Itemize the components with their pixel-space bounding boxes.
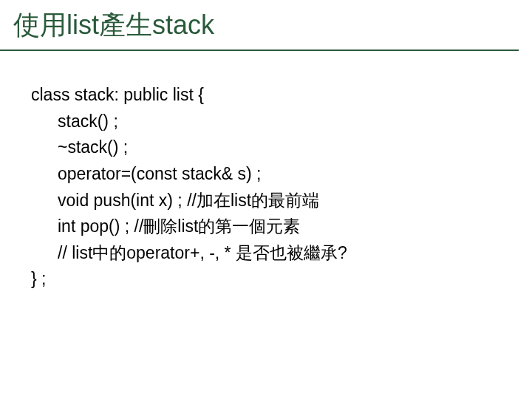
code-line: // list中的operator+, -, * 是否也被繼承?: [31, 240, 532, 267]
code-line: operator=(const stack& s) ;: [31, 161, 532, 188]
code-line: class stack: public list {: [31, 82, 532, 109]
code-line: ~stack() ;: [31, 134, 532, 161]
code-line: int pop() ; //刪除list的第一個元素: [31, 214, 532, 240]
slide: 使用list產生stack class stack: public list {…: [0, 0, 532, 399]
code-block: class stack: public list { stack() ; ~st…: [0, 51, 532, 293]
code-line: } ;: [31, 266, 532, 293]
slide-title: 使用list產生stack: [0, 0, 519, 51]
code-line: stack() ;: [31, 109, 532, 135]
code-line: void push(int x) ; //加在list的最前端: [31, 188, 532, 214]
